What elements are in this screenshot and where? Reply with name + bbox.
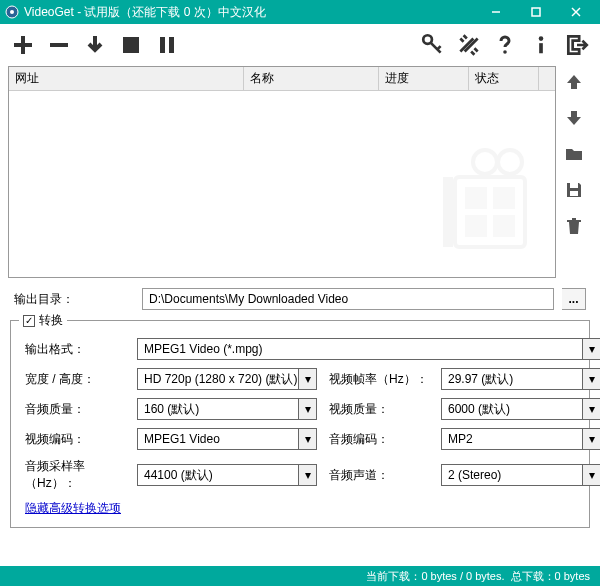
- video-quality-label: 视频质量：: [329, 401, 429, 418]
- side-toolbar: [556, 66, 592, 278]
- sample-rate-label: 音频采样率（Hz）：: [25, 458, 125, 492]
- output-dir-label: 输出目录：: [14, 291, 134, 308]
- svg-point-20: [473, 150, 497, 174]
- svg-rect-7: [123, 37, 139, 53]
- convert-checkbox[interactable]: ✓: [23, 315, 35, 327]
- svg-rect-15: [443, 177, 453, 247]
- col-name[interactable]: 名称: [244, 67, 379, 90]
- chevron-down-icon: ▾: [582, 429, 600, 449]
- svg-rect-9: [169, 37, 174, 53]
- move-down-button[interactable]: [562, 106, 586, 130]
- info-button[interactable]: [526, 30, 556, 60]
- svg-rect-17: [493, 187, 515, 209]
- film-watermark-icon: [435, 147, 535, 257]
- hide-advanced-link[interactable]: 隐藏高级转换选项: [11, 492, 121, 517]
- chevron-down-icon: ▾: [298, 369, 316, 389]
- open-folder-button[interactable]: [562, 142, 586, 166]
- remove-button[interactable]: [44, 30, 74, 60]
- fps-select[interactable]: 29.97 (默认)▾: [441, 368, 600, 390]
- output-format-select[interactable]: MPEG1 Video (*.mpg)▾: [137, 338, 600, 360]
- toolbar: [0, 24, 600, 66]
- close-button[interactable]: [556, 0, 596, 24]
- svg-rect-16: [465, 187, 487, 209]
- svg-rect-23: [570, 191, 578, 196]
- col-status[interactable]: 状态: [469, 67, 539, 90]
- sample-rate-select[interactable]: 44100 (默认)▾: [137, 464, 317, 486]
- settings-button[interactable]: [454, 30, 484, 60]
- dimensions-label: 宽度 / 高度：: [25, 371, 125, 388]
- audio-quality-label: 音频质量：: [25, 401, 125, 418]
- add-button[interactable]: [8, 30, 38, 60]
- col-progress[interactable]: 进度: [379, 67, 469, 90]
- stop-button[interactable]: [116, 30, 146, 60]
- fps-label: 视频帧率（Hz）：: [329, 371, 429, 388]
- audio-quality-select[interactable]: 160 (默认)▾: [137, 398, 317, 420]
- output-format-label: 输出格式：: [25, 341, 125, 358]
- browse-button[interactable]: ...: [562, 288, 586, 310]
- svg-rect-22: [570, 183, 578, 188]
- audio-codec-label: 音频编码：: [329, 431, 429, 448]
- chevron-down-icon: ▾: [582, 339, 600, 359]
- svg-rect-18: [465, 215, 487, 237]
- pause-button[interactable]: [152, 30, 182, 60]
- video-quality-select[interactable]: 6000 (默认)▾: [441, 398, 600, 420]
- app-icon: [4, 4, 20, 20]
- svg-point-1: [10, 10, 14, 14]
- svg-point-11: [503, 50, 507, 54]
- audio-codec-select[interactable]: MP2▾: [441, 428, 600, 450]
- dimensions-select[interactable]: HD 720p (1280 x 720) (默认)▾: [137, 368, 317, 390]
- svg-rect-6: [50, 43, 68, 47]
- list-header: 网址 名称 进度 状态: [9, 67, 555, 91]
- minimize-button[interactable]: [476, 0, 516, 24]
- video-codec-label: 视频编码：: [25, 431, 125, 448]
- svg-point-21: [498, 150, 522, 174]
- chevron-down-icon: ▾: [298, 399, 316, 419]
- save-button[interactable]: [562, 178, 586, 202]
- delete-button[interactable]: [562, 214, 586, 238]
- exit-button[interactable]: [562, 30, 592, 60]
- help-button[interactable]: [490, 30, 520, 60]
- svg-point-10: [423, 35, 432, 44]
- window-title: VideoGet - 试用版（还能下载 0 次）中文汉化: [24, 4, 476, 21]
- channels-select[interactable]: 2 (Stereo)▾: [441, 464, 600, 486]
- output-dir-field[interactable]: D:\Documents\My Downloaded Video: [142, 288, 554, 310]
- svg-rect-8: [160, 37, 165, 53]
- convert-label: 转换: [39, 312, 63, 329]
- chevron-down-icon: ▾: [582, 369, 600, 389]
- maximize-button[interactable]: [516, 0, 556, 24]
- chevron-down-icon: ▾: [582, 399, 600, 419]
- titlebar: VideoGet - 试用版（还能下载 0 次）中文汉化: [0, 0, 600, 24]
- svg-rect-13: [539, 43, 543, 53]
- total-download-status: 总下载：0 bytes: [511, 569, 590, 584]
- svg-rect-3: [532, 8, 540, 16]
- chevron-down-icon: ▾: [298, 465, 316, 485]
- download-list[interactable]: 网址 名称 进度 状态: [8, 66, 556, 278]
- svg-rect-19: [493, 215, 515, 237]
- svg-point-12: [539, 36, 544, 41]
- channels-label: 音频声道：: [329, 467, 429, 484]
- col-url[interactable]: 网址: [9, 67, 244, 90]
- video-codec-select[interactable]: MPEG1 Video▾: [137, 428, 317, 450]
- chevron-down-icon: ▾: [298, 429, 316, 449]
- download-button[interactable]: [80, 30, 110, 60]
- status-bar: 当前下载：0 bytes / 0 bytes. 总下载：0 bytes: [0, 566, 600, 586]
- current-download-status: 当前下载：0 bytes / 0 bytes.: [366, 569, 504, 584]
- move-up-button[interactable]: [562, 70, 586, 94]
- key-button[interactable]: [418, 30, 448, 60]
- chevron-down-icon: ▾: [582, 465, 600, 485]
- convert-panel: ✓ 转换 输出格式： MPEG1 Video (*.mpg)▾ 宽度 / 高度：…: [10, 320, 590, 528]
